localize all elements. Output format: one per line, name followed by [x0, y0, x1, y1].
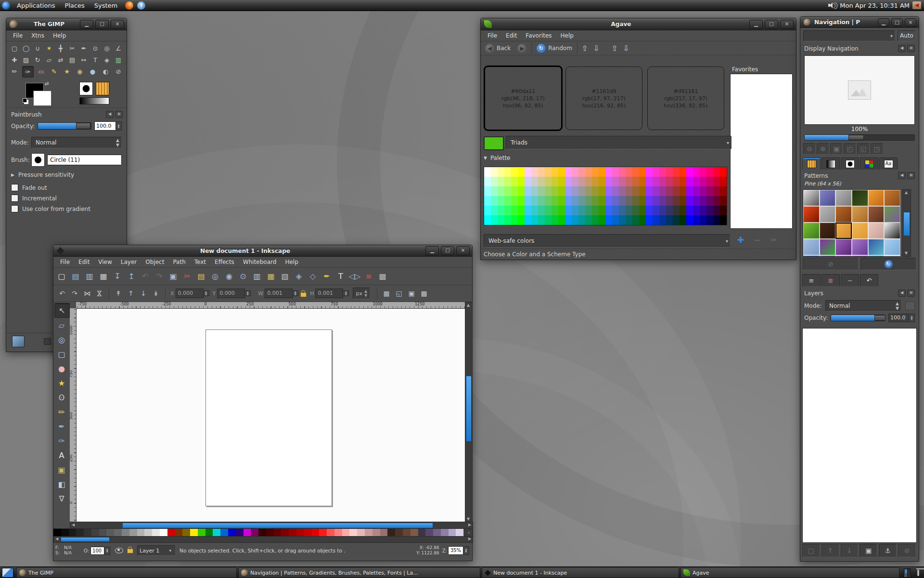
desaturate-scheme-button[interactable]: ⇩	[620, 43, 632, 53]
bezier-pen-tool[interactable]: ✒	[54, 420, 69, 434]
websafe-cell[interactable]	[558, 206, 565, 215]
palette-swatch[interactable]	[387, 529, 395, 537]
websafe-cell[interactable]	[686, 196, 693, 206]
menu-item-file[interactable]: File	[56, 258, 74, 266]
websafe-cell[interactable]	[538, 196, 545, 206]
websafe-cell[interactable]	[484, 215, 491, 225]
undo-history-tab[interactable]: ↶	[860, 274, 878, 286]
websafe-cell[interactable]	[666, 206, 673, 215]
move-tool[interactable]: ✚	[9, 54, 20, 65]
text-dialog-button[interactable]: T	[334, 270, 347, 283]
websafe-cell[interactable]	[659, 196, 666, 206]
palette-swatch[interactable]	[456, 529, 463, 537]
websafe-cell[interactable]	[626, 167, 632, 177]
websafe-cell[interactable]	[491, 206, 498, 215]
lower-button[interactable]: ↓	[138, 288, 149, 299]
pattern-cell[interactable]	[852, 239, 868, 255]
layer-dropdown[interactable]: Layer 1 ▾	[137, 545, 176, 556]
websafe-cell[interactable]	[680, 186, 686, 196]
background-color-swatch[interactable]	[33, 91, 51, 106]
palette-swatch[interactable]	[69, 529, 77, 537]
select-by-color-tool[interactable]: ╋	[55, 43, 66, 53]
websafe-cell[interactable]	[565, 167, 572, 177]
palette-swatch[interactable]	[334, 529, 342, 537]
websafe-cell[interactable]	[626, 215, 632, 225]
palette-swatch[interactable]	[228, 529, 236, 537]
websafe-cell[interactable]	[666, 167, 673, 177]
websafe-cell[interactable]	[484, 186, 491, 196]
websafe-cell[interactable]	[626, 177, 632, 186]
websafe-cell[interactable]	[612, 206, 619, 215]
taskbar-item[interactable]: The GIMP	[16, 567, 237, 578]
websafe-cell[interactable]	[713, 215, 720, 225]
apply-favorite-button[interactable]: ✑	[768, 235, 779, 245]
websafe-cell[interactable]	[552, 215, 558, 225]
pattern-cell[interactable]	[820, 255, 836, 257]
pattern-cell[interactable]	[803, 239, 820, 255]
opacity-slider[interactable]	[38, 122, 91, 130]
zoom-out-button[interactable]: ⊖	[803, 143, 816, 155]
palette-swatch[interactable]	[433, 529, 441, 537]
websafe-cell[interactable]	[538, 177, 545, 186]
pattern-cell[interactable]	[868, 223, 885, 239]
taskbar-item[interactable]: Navigation | Patterns, Gradients, Brushe…	[238, 567, 480, 578]
websafe-cell[interactable]	[599, 177, 605, 186]
menu-item-help[interactable]: Help	[557, 31, 578, 40]
paths-tab[interactable]: ∼	[841, 274, 859, 286]
minimize-button[interactable]: ▁	[749, 20, 763, 29]
shrink-wrap-button[interactable]: ◳	[871, 143, 883, 155]
delete-layer-button[interactable]: ⊘	[898, 544, 916, 557]
websafe-cell[interactable]	[565, 206, 572, 215]
websafe-cell[interactable]	[653, 167, 659, 177]
layers-opacity-slider[interactable]	[831, 315, 886, 321]
websafe-cell[interactable]	[538, 206, 545, 215]
websafe-cell[interactable]	[619, 177, 626, 186]
pattern-cell[interactable]	[852, 206, 868, 223]
pattern-cell[interactable]	[868, 206, 885, 223]
redo-button[interactable]: ↷	[153, 270, 166, 283]
websafe-cell[interactable]	[720, 177, 727, 186]
paths-tool[interactable]: ✒	[78, 43, 89, 53]
websafe-cell[interactable]	[599, 196, 605, 206]
rectangle-tool[interactable]: ▢	[54, 347, 69, 361]
websafe-cell[interactable]	[572, 215, 578, 225]
incremental-checkbox[interactable]	[11, 195, 18, 202]
websafe-cell[interactable]	[632, 177, 639, 186]
websafe-cell[interactable]	[585, 196, 592, 206]
websafe-cell[interactable]	[498, 206, 504, 215]
gradient-tool[interactable]: ◧	[54, 477, 69, 491]
websafe-cell[interactable]	[484, 196, 491, 206]
websafe-cell[interactable]	[666, 196, 673, 206]
menu-item-places[interactable]: Places	[60, 2, 89, 9]
websafe-cell[interactable]	[538, 186, 545, 196]
show-desktop-button[interactable]	[2, 568, 13, 578]
websafe-cell[interactable]	[552, 186, 558, 196]
websafe-cell[interactable]	[565, 186, 572, 196]
websafe-cell[interactable]	[713, 177, 720, 186]
image-combo[interactable]: ▾	[803, 30, 895, 41]
pencil-tool[interactable]: ✏	[54, 405, 69, 419]
websafe-cell[interactable]	[605, 177, 612, 186]
vertical-scrollbar[interactable]: ▲ ▼	[465, 302, 473, 523]
menu-item-path[interactable]: Path	[169, 258, 189, 266]
close-button[interactable]: ×	[111, 20, 124, 29]
websafe-cell[interactable]	[518, 186, 525, 196]
fill-value[interactable]: N/A	[64, 545, 82, 551]
ellipse-tool[interactable]: ●	[54, 362, 69, 376]
favorites-list[interactable]	[730, 74, 793, 229]
websafe-cell[interactable]	[498, 215, 504, 225]
websafe-cell[interactable]	[585, 186, 592, 196]
channels-tab[interactable]: ≣	[821, 274, 840, 286]
websafe-cell[interactable]	[720, 196, 727, 206]
websafe-cell[interactable]	[653, 196, 659, 206]
websafe-cell[interactable]	[673, 196, 680, 206]
websafe-cell[interactable]	[680, 167, 686, 177]
keep-transparency-icon[interactable]	[905, 302, 915, 310]
firefox-launcher-icon[interactable]	[125, 1, 133, 10]
websafe-cell[interactable]	[659, 215, 666, 225]
websafe-cell[interactable]	[504, 167, 511, 177]
websafe-cell[interactable]	[504, 177, 511, 186]
pattern-cell[interactable]	[884, 255, 900, 257]
pattern-cell[interactable]	[803, 190, 820, 206]
zoom-selection-button[interactable]: ◎	[209, 270, 221, 283]
